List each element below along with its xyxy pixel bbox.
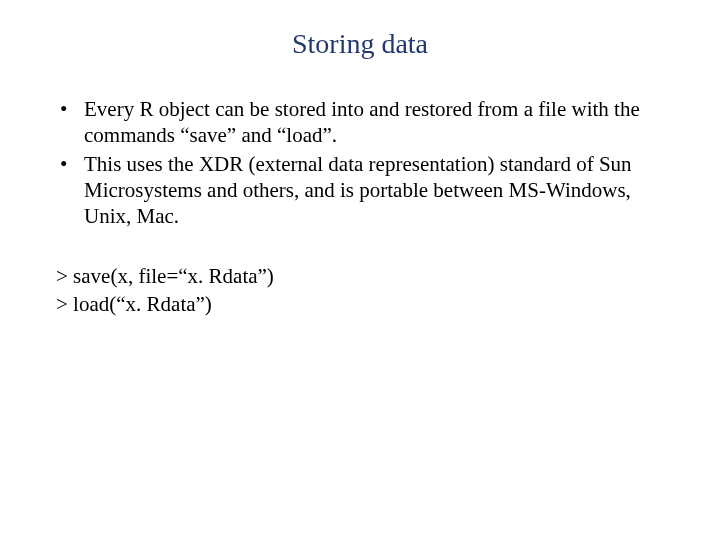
code-line: > load(“x. Rdata”) [56, 291, 664, 318]
list-item: This uses the XDR (external data represe… [56, 151, 664, 230]
bullet-list: Every R object can be stored into and re… [56, 96, 664, 229]
code-line: > save(x, file=“x. Rdata”) [56, 263, 664, 290]
list-item: Every R object can be stored into and re… [56, 96, 664, 149]
code-block: > save(x, file=“x. Rdata”) > load(“x. Rd… [56, 263, 664, 318]
slide-title: Storing data [56, 28, 664, 60]
